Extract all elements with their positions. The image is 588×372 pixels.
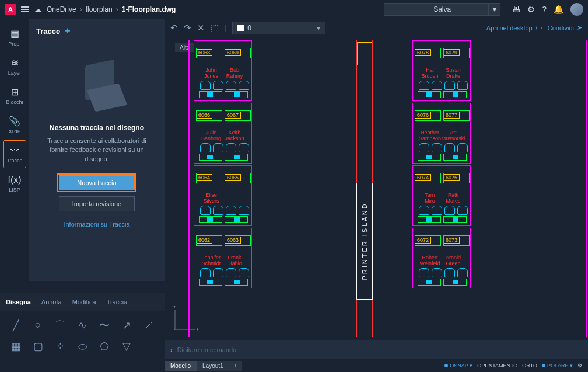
point-tool[interactable]: ⁘ <box>50 338 70 356</box>
share-link[interactable]: Condividi ➤ <box>548 24 582 32</box>
add-trace-icon[interactable]: + <box>65 26 70 36</box>
layer-name: 0 <box>247 24 251 32</box>
breadcrumb-root[interactable]: OneDrive <box>47 5 76 13</box>
app-logo[interactable]: A <box>5 4 16 15</box>
undo-icon[interactable]: ↶ <box>170 23 178 33</box>
occupant-name: RobertWeinfeld <box>418 255 442 267</box>
office-bay: 60726073RobertWeinfeldArnoldGreen <box>412 228 471 288</box>
status-toggle-opuntamento[interactable]: OPUNTAMENTO <box>477 363 517 368</box>
rail-item-blocchi[interactable]: ⊞Blocchi <box>3 82 26 110</box>
office-bay: 60786079HalBrodenSusanDrake <box>412 40 471 101</box>
cloud-icon: ☁ <box>34 5 42 14</box>
import-revision-button[interactable]: Importa revisione <box>59 196 135 211</box>
help-icon[interactable]: ? <box>542 5 547 14</box>
panel-heading: Nessuna traccia nel disegno <box>36 124 158 132</box>
print-icon[interactable]: 🖶 <box>512 5 520 14</box>
layout-tabs: ModelloLayout1+ <box>164 359 242 372</box>
hatch-tool[interactable]: ▦ <box>6 338 26 356</box>
menu-icon[interactable] <box>21 6 29 12</box>
command-chevron-icon[interactable]: › <box>170 346 173 353</box>
rail-label: Layer <box>8 70 22 76</box>
add-layout-icon[interactable]: + <box>229 361 242 371</box>
rail-label: XRIF <box>9 128 21 134</box>
save-dropdown[interactable]: Salva ▾ <box>384 3 501 16</box>
rail-item-tracce[interactable]: 〰Tracce <box>3 140 26 168</box>
rail-icon: 📎 <box>9 116 20 127</box>
line-tool[interactable]: ╱ <box>6 315 26 335</box>
rail-item-prop[interactable]: ▤Prop. <box>3 23 26 51</box>
occupant-name: ArnoldGreen <box>441 255 466 267</box>
occupant-name: SusanDrake <box>441 68 466 79</box>
layer-color-swatch <box>237 25 244 31</box>
panel-description: Traccia consente ai collaboratori di for… <box>36 137 158 164</box>
command-placeholder: Digitare un comando <box>177 346 237 353</box>
ellipse-tool[interactable]: ⬭ <box>72 338 92 356</box>
empty-illustration <box>71 60 123 112</box>
tool-tabs: DisegnaAnnotaModificaTraccia <box>0 293 164 311</box>
monitor-icon: 🖵 <box>536 25 542 32</box>
command-line[interactable]: › Digitare un comando <box>164 340 588 359</box>
spline-tool[interactable]: 〜 <box>94 315 114 335</box>
occupant-name: TerriMiro <box>418 193 442 204</box>
office-bay: 60766077HeatherSampsonArtMussorski <box>412 103 471 164</box>
layout-tab-layout1[interactable]: Layout1 <box>197 361 229 371</box>
drawing-canvas[interactable]: Alto PRINTER ISLAND 60686069JohnJonesBob… <box>164 37 588 340</box>
occupant-name: JenniferSchmidt <box>199 255 223 267</box>
rail-label: Blocchi <box>6 99 23 105</box>
rail-icon: ≋ <box>9 58 20 68</box>
canvas-toolbar: ↶ ↷ ✕ ⬚ | 0 ▾ Apri nel desktop 🖵 Condivi… <box>164 19 588 37</box>
trace-info-link[interactable]: Informazioni su Traccia <box>36 221 158 228</box>
rail-icon: ▤ <box>9 29 20 39</box>
occupant-name: PattiMores <box>441 193 466 204</box>
top-bar: A ☁ OneDrive › floorplan › 1-Floorplan.d… <box>0 0 588 19</box>
occupant-name: FrankDiablo <box>222 255 247 267</box>
tool-tab-disegna[interactable]: Disegna <box>6 298 31 305</box>
xline-tool[interactable]: ⟋ <box>139 315 159 335</box>
bell-icon[interactable]: 🔔 <box>554 5 564 14</box>
status-toggle-osnap[interactable]: OSNAP ▾ <box>444 363 473 368</box>
occupant-name: JohnJones <box>199 68 223 79</box>
zoom-window-icon[interactable]: ⬚ <box>211 23 219 33</box>
rail-item-lisp[interactable]: f(x)LISP <box>3 169 26 197</box>
region-tool[interactable]: ▽ <box>117 338 136 356</box>
tool-tab-annota[interactable]: Annota <box>41 298 62 305</box>
traces-panel: Tracce + Nessuna traccia nel disegno Tra… <box>29 19 164 281</box>
selection-cycle-icon[interactable]: ✕ <box>197 23 205 33</box>
polyline-tool[interactable]: ∿ <box>72 315 92 335</box>
occupant-name: BobRahmy <box>222 68 247 79</box>
rail-item-layer[interactable]: ≋Layer <box>3 53 26 81</box>
arc-tool[interactable]: ⌒ <box>50 315 70 335</box>
status-bar: OSNAP ▾OPUNTAMENTOORTOPOLARE ▾⚙ <box>439 359 588 372</box>
polygon-tool[interactable]: ⬠ <box>94 338 114 356</box>
office-bay: 60686069JohnJonesBobRahmy <box>194 40 252 101</box>
status-settings-icon[interactable]: ⚙ <box>578 363 582 368</box>
new-trace-button[interactable]: Nuova traccia <box>59 175 135 190</box>
circle-tool[interactable]: ○ <box>28 315 48 335</box>
tool-tab-traccia[interactable]: Traccia <box>107 298 128 305</box>
printer-island: PRINTER ISLAND <box>356 183 373 300</box>
svg-text:Y: Y <box>173 306 176 310</box>
breadcrumb-folder[interactable]: floorplan <box>86 5 113 13</box>
tool-tab-modifica[interactable]: Modifica <box>72 298 96 305</box>
rect-tool[interactable]: ▢ <box>28 338 48 356</box>
ucs-icon: XY <box>170 306 198 334</box>
save-caret-icon[interactable]: ▾ <box>488 4 500 15</box>
gear-icon[interactable]: ⚙ <box>527 5 535 14</box>
rail-label: Prop. <box>8 41 21 47</box>
status-toggle-polare[interactable]: POLARE ▾ <box>542 363 573 368</box>
layout-tab-modello[interactable]: Modello <box>164 361 197 371</box>
save-label: Salva <box>433 5 451 13</box>
tool-palette: ╱ ○ ⌒ ∿ 〜 ↗ ⟋ ▦ ▢ ⁘ ⬭ ⬠ ▽ <box>0 311 164 360</box>
avatar[interactable] <box>570 3 583 16</box>
breadcrumb-file[interactable]: 1-Floorplan.dwg <box>122 5 176 13</box>
layer-selector[interactable]: 0 ▾ <box>232 22 326 34</box>
ray-tool[interactable]: ↗ <box>117 315 136 335</box>
occupant-name: JulieSanborg <box>199 130 223 142</box>
floorplan: PRINTER ISLAND 60686069JohnJonesBobRahmy… <box>191 40 585 337</box>
redo-icon[interactable]: ↷ <box>184 23 191 33</box>
office-bay: 60666067JulieSanborgKeithJackson <box>194 103 252 164</box>
rail-icon: ⊞ <box>9 87 20 98</box>
status-toggle-orto[interactable]: ORTO <box>522 363 537 368</box>
open-desktop-link[interactable]: Apri nel desktop 🖵 <box>487 25 542 32</box>
rail-item-xrif[interactable]: 📎XRIF <box>3 111 26 139</box>
